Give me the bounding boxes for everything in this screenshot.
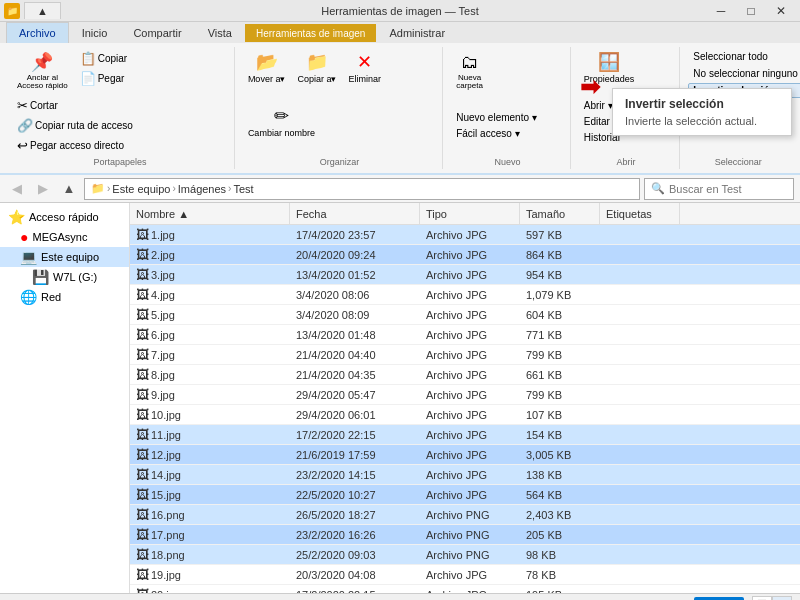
table-row[interactable]: 🖼15.jpg 22/5/2020 10:27 Archivo JPG 564 … [130,485,800,505]
table-row[interactable]: 🖼20.jpg 17/2/2020 22:15 Archivo JPG 195 … [130,585,800,593]
nav-acceso-rapido[interactable]: ⭐ Acceso rápido [0,207,129,227]
col-header-fecha[interactable]: Fecha [290,203,420,224]
copiar-ruta-button[interactable]: 🔗 Copiar ruta de acceso [12,116,138,135]
file-date: 17/2/2020 22:15 [290,429,420,441]
pegar-button[interactable]: 📄 Pegar [75,69,132,88]
back-button[interactable]: ◀ [6,178,28,200]
search-input[interactable] [669,183,787,195]
up-button[interactable]: ▲ [58,178,80,200]
file-type: Archivo JPG [420,489,520,501]
file-name: 🖼8.jpg [130,367,290,382]
abrir-label: Abrir [579,157,674,167]
table-row[interactable]: 🖼1.jpg 17/4/2020 23:57 Archivo JPG 597 K… [130,225,800,245]
file-date: 22/5/2020 10:27 [290,489,420,501]
table-row[interactable]: 🖼5.jpg 3/4/2020 08:09 Archivo JPG 604 KB [130,305,800,325]
file-icon: 🖼 [136,487,149,502]
cambiar-nombre-button[interactable]: ✏ Cambiar nombre [243,103,320,141]
file-type: Archivo JPG [420,409,520,421]
forward-button[interactable]: ▶ [32,178,54,200]
app-icon: 📁 [4,3,20,19]
nav-megasync[interactable]: ● MEGAsync [0,227,129,247]
col-header-etiquetas[interactable]: Etiquetas [600,203,680,224]
table-row[interactable]: 🖼12.jpg 21/6/2019 17:59 Archivo JPG 3,00… [130,445,800,465]
address-path[interactable]: 📁 › Este equipo › Imágenes › Test [84,178,640,200]
tab-inicio[interactable]: Inicio [69,22,121,43]
table-row[interactable]: 🖼3.jpg 13/4/2020 01:52 Archivo JPG 954 K… [130,265,800,285]
window-controls: ─ □ ✕ [706,0,796,22]
copiar-a-button[interactable]: 📁 Copiar a▾ [292,49,341,87]
file-size: 564 KB [520,489,600,501]
search-icon: 🔍 [651,182,665,195]
tab-compartir[interactable]: Compartir [120,22,194,43]
table-row[interactable]: 🖼4.jpg 3/4/2020 08:06 Archivo JPG 1,079 … [130,285,800,305]
search-box[interactable]: 🔍 [644,178,794,200]
tooltip-title: Invertir selección [625,97,779,111]
file-date: 23/2/2020 16:26 [290,529,420,541]
file-name: 🖼5.jpg [130,307,290,322]
anclar-button[interactable]: 📌 Anclar alAcceso rápido [12,49,73,94]
path-test[interactable]: Test [233,183,253,195]
table-row[interactable]: 🖼17.png 23/2/2020 16:26 Archivo PNG 205 … [130,525,800,545]
facil-acceso-button[interactable]: Fácil acceso ▾ [451,126,542,141]
title-tab-up[interactable]: ▲ [24,2,61,19]
table-row[interactable]: 🖼19.jpg 20/3/2020 04:08 Archivo JPG 78 K… [130,565,800,585]
nav-este-equipo[interactable]: 💻 Este equipo [0,247,129,267]
table-row[interactable]: 🖼16.png 26/5/2020 18:27 Archivo PNG 2,40… [130,505,800,525]
table-row[interactable]: 🖼8.jpg 21/4/2020 04:35 Archivo JPG 661 K… [130,365,800,385]
table-row[interactable]: 🖼11.jpg 17/2/2020 22:15 Archivo JPG 154 … [130,425,800,445]
file-type: Archivo JPG [420,229,520,241]
file-size: 799 KB [520,389,600,401]
tab-herramientas[interactable]: Herramientas de imagen [245,24,377,42]
status-right: 11.0 MB Equipo ☰ ⊞ [645,596,792,600]
no-seleccionar-button[interactable]: No seleccionar ninguno [688,66,800,81]
column-headers: Nombre ▲ Fecha Tipo Tamaño Etiquetas [130,203,800,225]
mover-button[interactable]: 📂 Mover a▾ [243,49,291,87]
tab-archivo[interactable]: Archivo [6,22,69,43]
table-row[interactable]: 🖼9.jpg 29/4/2020 05:47 Archivo JPG 799 K… [130,385,800,405]
file-size: 195 KB [520,589,600,594]
nueva-carpeta-icon: 🗂 [461,52,479,74]
maximize-button[interactable]: □ [736,0,766,22]
copiar-button[interactable]: 📋 Copiar [75,49,132,68]
table-row[interactable]: 🖼7.jpg 21/4/2020 04:40 Archivo JPG 799 K… [130,345,800,365]
file-size: 78 KB [520,569,600,581]
table-row[interactable]: 🖼18.png 25/2/2020 09:03 Archivo PNG 98 K… [130,545,800,565]
seleccionar-todo-button[interactable]: Seleccionar todo [688,49,800,64]
path-equipo[interactable]: Este equipo [112,183,170,195]
file-icon: 🖼 [136,547,149,562]
file-date: 23/2/2020 14:15 [290,469,420,481]
view-grid-btn[interactable]: ⊞ [772,596,792,600]
tab-vista[interactable]: Vista [195,22,245,43]
table-row[interactable]: 🖼14.jpg 23/2/2020 14:15 Archivo JPG 138 … [130,465,800,485]
file-icon: 🖼 [136,307,149,322]
view-list-btn[interactable]: ☰ [752,596,772,600]
col-header-tamano[interactable]: Tamaño [520,203,600,224]
cortar-button[interactable]: ✂ Cortar [12,96,138,115]
nuevo-elemento-button[interactable]: Nuevo elemento ▾ [451,110,542,125]
pegar-acceso-button[interactable]: ↩ Pegar acceso directo [12,136,138,155]
file-name: 🖼12.jpg [130,447,290,462]
folder-icon-sm: 📁 [91,182,105,195]
tab-administrar[interactable]: Administrar [376,22,458,43]
nav-red[interactable]: 🌐 Red [0,287,129,307]
nueva-carpeta-button[interactable]: 🗂 Nuevacarpeta [451,49,488,94]
file-name: 🖼3.jpg [130,267,290,282]
col-header-nombre[interactable]: Nombre ▲ [130,203,290,224]
path-imagenes[interactable]: Imágenes [178,183,226,195]
table-row[interactable]: 🖼6.jpg 13/4/2020 01:48 Archivo JPG 771 K… [130,325,800,345]
file-name: 🖼14.jpg [130,467,290,482]
table-row[interactable]: 🖼2.jpg 20/4/2020 09:24 Archivo JPG 864 K… [130,245,800,265]
view-toggle: ☰ ⊞ [752,596,792,600]
minimize-button[interactable]: ─ [706,0,736,22]
eliminar-button[interactable]: ✕ Eliminar [343,49,386,87]
table-row[interactable]: 🖼10.jpg 29/4/2020 06:01 Archivo JPG 107 … [130,405,800,425]
file-icon: 🖼 [136,347,149,362]
file-type: Archivo JPG [420,389,520,401]
col-header-tipo[interactable]: Tipo [420,203,520,224]
file-icon: 🖼 [136,447,149,462]
close-button[interactable]: ✕ [766,0,796,22]
file-type: Archivo PNG [420,549,520,561]
anclar-label: Anclar alAcceso rápido [17,74,68,92]
nav-w7l[interactable]: 💾 W7L (G:) [0,267,129,287]
file-size: 771 KB [520,329,600,341]
